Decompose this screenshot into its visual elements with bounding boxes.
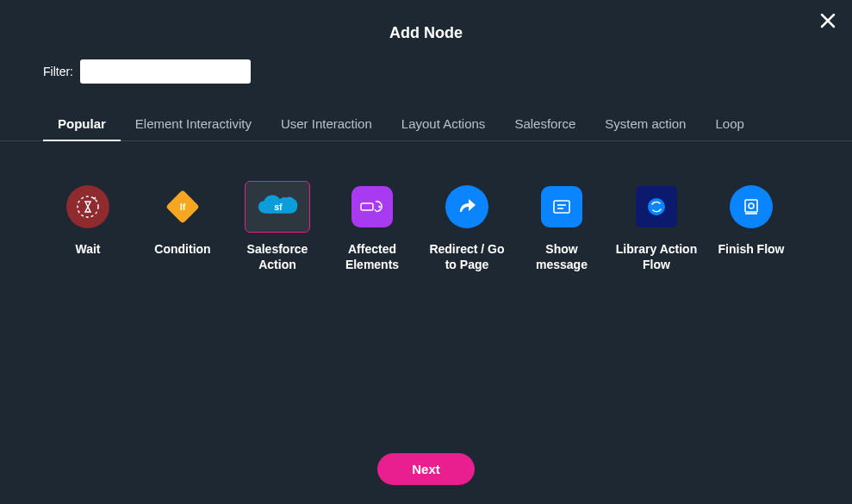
node-show-message[interactable]: Show message <box>517 177 606 276</box>
svg-rect-4 <box>361 203 373 210</box>
filter-input[interactable] <box>80 59 251 84</box>
nodes-grid: Wait If Condition sf Salesforce Action <box>0 141 852 276</box>
redirect-icon <box>445 185 488 228</box>
tab-system-action[interactable]: System action <box>590 108 700 141</box>
node-library-action-flow[interactable]: Library Action Flow <box>612 177 701 276</box>
node-icon-wrap <box>55 181 121 233</box>
tab-popular[interactable]: Popular <box>43 108 121 141</box>
library-icon <box>636 186 677 227</box>
affected-elements-icon <box>351 186 393 227</box>
node-icon-wrap: If <box>150 181 215 233</box>
close-button[interactable] <box>819 12 836 29</box>
node-affected-elements[interactable]: Affected Elements <box>327 177 417 276</box>
show-message-icon <box>541 186 582 227</box>
modal-footer: Next <box>0 453 852 485</box>
svg-rect-5 <box>554 201 569 213</box>
node-label: Library Action Flow <box>615 241 698 272</box>
node-label: Finish Flow <box>718 241 785 257</box>
tab-salesforce[interactable]: Salesforce <box>500 108 590 141</box>
tab-loop[interactable]: Loop <box>700 108 758 141</box>
modal-header: Add Node <box>0 0 852 59</box>
node-icon-wrap: sf <box>245 181 310 233</box>
node-label: Affected Elements <box>331 241 414 272</box>
tabs-bar: Popular Element Interactivity User Inter… <box>0 108 852 141</box>
tab-layout-actions[interactable]: Layout Actions <box>387 108 501 141</box>
node-finish-flow[interactable]: Finish Flow <box>706 177 796 276</box>
node-salesforce-action[interactable]: sf Salesforce Action <box>233 177 322 276</box>
node-wait[interactable]: Wait <box>43 177 133 276</box>
tab-user-interaction[interactable]: User Interaction <box>266 108 387 141</box>
node-icon-wrap <box>339 181 405 233</box>
svg-rect-9 <box>745 200 757 212</box>
modal-title: Add Node <box>0 24 852 42</box>
next-button[interactable]: Next <box>377 453 475 485</box>
close-icon <box>819 12 836 29</box>
svg-text:If: If <box>180 202 186 212</box>
node-condition[interactable]: If Condition <box>138 177 227 276</box>
node-label: Show message <box>520 241 603 272</box>
node-icon-wrap <box>718 181 784 233</box>
filter-row: Filter: <box>0 59 852 108</box>
node-icon-wrap <box>529 181 594 233</box>
node-label: Redirect / Go to Page <box>426 241 508 272</box>
node-redirect[interactable]: Redirect / Go to Page <box>422 177 512 276</box>
condition-icon: If <box>161 185 204 228</box>
node-label: Condition <box>154 241 210 257</box>
filter-label: Filter: <box>43 65 73 78</box>
wait-icon <box>66 185 109 228</box>
node-icon-wrap <box>434 181 500 233</box>
salesforce-icon: sf <box>256 185 299 228</box>
node-label: Salesforce Action <box>236 241 319 272</box>
svg-point-10 <box>749 203 754 208</box>
finish-flow-icon <box>730 185 773 228</box>
node-label: Wait <box>75 241 100 257</box>
svg-point-8 <box>648 198 665 215</box>
node-icon-wrap <box>624 181 689 233</box>
tab-element-interactivity[interactable]: Element Interactivity <box>121 108 266 141</box>
svg-text:sf: sf <box>274 202 283 212</box>
